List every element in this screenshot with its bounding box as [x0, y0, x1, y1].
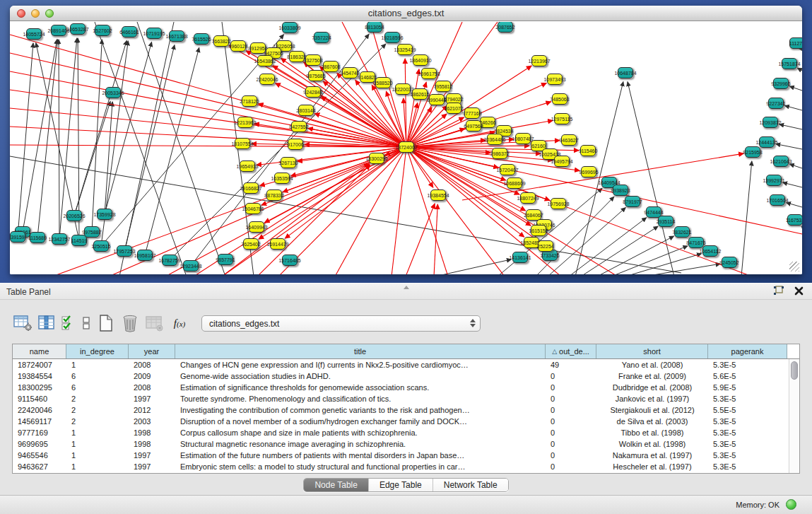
network-node[interactable] — [770, 194, 785, 206]
network-node[interactable] — [282, 255, 298, 266]
table-cell[interactable]: Franke et al. (2009) — [596, 372, 708, 380]
table-cell[interactable]: Stergiakouli et al. (2012) — [596, 406, 708, 414]
network-node[interactable] — [237, 117, 253, 128]
table-row[interactable]: 1872400712008Changes of HCN gene express… — [13, 359, 799, 370]
network-node[interactable] — [105, 87, 121, 98]
network-node[interactable] — [305, 86, 321, 98]
table-cell[interactable]: 0 — [546, 395, 596, 403]
network-node[interactable] — [625, 196, 640, 207]
table-select-dropdown[interactable]: citations_edges.txt — [201, 315, 481, 332]
network-node[interactable] — [498, 22, 513, 33]
network-node[interactable] — [70, 23, 86, 35]
network-node[interactable] — [658, 216, 673, 227]
network-node[interactable] — [375, 77, 391, 88]
network-node[interactable] — [531, 55, 547, 66]
network-node[interactable] — [397, 44, 413, 55]
network-node[interactable] — [305, 54, 321, 66]
tab-node-table[interactable]: Node Table — [304, 479, 369, 491]
network-node[interactable] — [122, 26, 137, 37]
network-node[interactable] — [243, 238, 259, 250]
network-node[interactable] — [487, 134, 502, 145]
table-cell[interactable]: Hescheler et al. (1997) — [596, 462, 708, 471]
table-cell[interactable]: 1 — [66, 361, 129, 369]
network-node[interactable] — [413, 54, 428, 66]
table-cell[interactable]: Jankovic et al. (1997) — [596, 395, 708, 403]
network-node[interactable] — [395, 83, 411, 95]
network-node[interactable] — [702, 245, 718, 257]
network-node[interactable] — [429, 94, 445, 105]
network-node[interactable] — [722, 257, 737, 268]
deselect-all-button[interactable] — [80, 313, 93, 333]
close-panel-icon[interactable] — [794, 286, 804, 296]
table-cell[interactable]: 0 — [546, 462, 596, 471]
network-node[interactable] — [288, 139, 303, 150]
table-cell[interactable]: 5.6E-5 — [708, 372, 787, 380]
network-node[interactable] — [520, 192, 536, 204]
network-node[interactable] — [282, 22, 298, 33]
table-row[interactable]: 969969511998Structural magnetic resonanc… — [13, 438, 799, 450]
network-node[interactable] — [183, 260, 199, 271]
network-node[interactable] — [230, 40, 246, 52]
network-node[interactable] — [243, 182, 259, 194]
table-cell[interactable]: 0 — [546, 428, 596, 437]
network-node[interactable] — [218, 254, 233, 265]
network-node[interactable] — [554, 113, 570, 124]
table-cell[interactable]: Embryonic stem cells: a model to study s… — [175, 462, 546, 471]
table-cell[interactable]: Structural magnetic resonance image aver… — [175, 440, 546, 448]
table-cell[interactable]: 5.3E-5 — [708, 462, 787, 471]
network-node[interactable] — [464, 107, 480, 119]
network-node[interactable] — [26, 28, 42, 40]
network-node[interactable] — [289, 51, 305, 62]
network-node[interactable] — [412, 88, 428, 100]
table-cell[interactable]: 1997 — [129, 462, 175, 471]
table-cell[interactable]: 5.3E-5 — [708, 395, 787, 403]
network-node[interactable] — [759, 136, 775, 148]
network-node[interactable] — [480, 117, 495, 128]
network-node[interactable] — [367, 22, 382, 33]
table-cell[interactable]: 0 — [546, 383, 596, 392]
network-node[interactable] — [235, 138, 250, 149]
table-scrollbar-thumb[interactable] — [791, 361, 798, 380]
tab-network-table[interactable]: Network Table — [433, 479, 508, 491]
table-cell[interactable]: 19384554 — [13, 372, 66, 380]
table-cell[interactable]: 2 — [66, 395, 129, 403]
column-header-in_degree[interactable]: in_degree — [66, 344, 129, 358]
delete-columns-button[interactable] — [119, 313, 141, 333]
table-row[interactable]: 946362711997Embryonic stem cells: a mode… — [13, 461, 799, 472]
table-cell[interactable]: 5.3E-5 — [708, 440, 787, 448]
network-node[interactable] — [507, 177, 522, 189]
table-cell[interactable]: 1 — [66, 451, 129, 460]
network-node[interactable] — [266, 189, 282, 201]
table-cell[interactable]: Estimation of the future numbers of pati… — [175, 451, 546, 460]
table-cell[interactable]: 5.3E-5 — [708, 428, 787, 437]
table-cell[interactable]: 5.3E-5 — [708, 361, 787, 369]
tab-edge-table[interactable]: Edge Table — [369, 479, 433, 491]
table-cell[interactable]: Wolkin et al. (1998) — [596, 440, 708, 448]
network-node[interactable] — [342, 67, 358, 78]
table-cell[interactable]: 0 — [546, 406, 596, 414]
table-cell[interactable]: Genome-wide association studies in ADHD. — [175, 372, 546, 380]
column-header-short[interactable]: short — [596, 344, 708, 358]
network-node[interactable] — [688, 237, 704, 248]
table-cell[interactable]: 0 — [546, 440, 596, 448]
network-node[interactable] — [308, 70, 324, 81]
network-node[interactable] — [581, 166, 596, 177]
table-cell[interactable]: 0 — [546, 372, 596, 380]
table-cell[interactable]: 2008 — [129, 361, 175, 369]
window-resize-grip-icon[interactable] — [789, 262, 799, 271]
network-node[interactable] — [554, 156, 570, 167]
column-header-title[interactable]: title — [175, 344, 546, 358]
network-canvas[interactable]: 1405572420891406106532871527602646616110… — [10, 22, 802, 274]
network-node[interactable] — [369, 153, 384, 164]
create-column-button[interactable] — [95, 313, 117, 333]
table-scrollbar[interactable] — [789, 359, 799, 473]
table-options-button[interactable] — [12, 313, 33, 333]
network-node[interactable] — [538, 240, 553, 252]
network-node[interactable] — [84, 226, 100, 238]
table-cell[interactable]: 5.3E-5 — [708, 417, 787, 426]
network-node[interactable] — [117, 245, 132, 257]
table-cell[interactable]: 6 — [66, 383, 129, 392]
table-cell[interactable]: 2 — [66, 406, 129, 414]
delete-table-button[interactable] — [143, 313, 165, 333]
table-cell[interactable]: 5.5E-5 — [708, 406, 787, 414]
